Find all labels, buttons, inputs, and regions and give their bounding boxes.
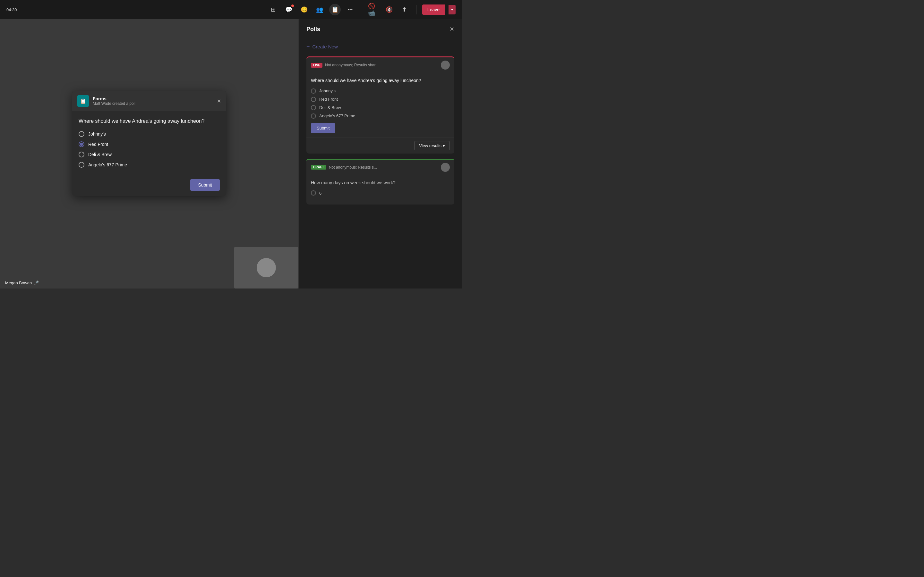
people-icon[interactable]: 👥 <box>314 4 325 15</box>
live-poll-card: LIVE Not anonymous; Results shar... Wher… <box>306 56 454 153</box>
leave-button[interactable]: Leave <box>422 5 445 15</box>
panel-close-icon[interactable]: ✕ <box>449 26 454 33</box>
panel-radio-redfront[interactable] <box>311 97 316 102</box>
live-poll-meta: Not anonymous; Results shar... <box>325 63 438 67</box>
panel-submit-button[interactable]: Submit <box>311 123 335 133</box>
panel-radio-johnnys[interactable] <box>311 89 316 93</box>
draft-poll-meta: Not anonymous; Results s... <box>329 165 438 169</box>
draft-panel-option-6[interactable]: 6 <box>311 190 450 195</box>
apps-icon[interactable]: ⊞ <box>268 4 279 15</box>
popup-option-angelo[interactable]: Angelo's 677 Prime <box>79 162 220 168</box>
chevron-down-icon: ▾ <box>443 143 445 148</box>
reactions-icon[interactable]: 😊 <box>298 4 310 15</box>
radio-redfront[interactable] <box>79 141 84 147</box>
poll-popup-header: 📋 Forms Matt Wade created a poll ✕ <box>72 91 226 111</box>
poll-popup-body: Where should we have Andrea's going away… <box>72 111 226 174</box>
mic-off-icon[interactable]: 🔇 <box>383 4 395 15</box>
close-icon[interactable]: ✕ <box>217 98 221 104</box>
panel-option-redfront[interactable]: Red Front <box>311 97 450 102</box>
draft-badge: DRAFT <box>311 165 326 169</box>
video-thumbnail <box>234 247 298 288</box>
poll-popup: 📋 Forms Matt Wade created a poll ✕ Where… <box>72 91 226 196</box>
draft-panel-option-label-6: 6 <box>319 191 321 195</box>
panel-option-angelo[interactable]: Angelo's 677 Prime <box>311 113 450 119</box>
avatar <box>257 258 276 277</box>
top-bar: 04:30 ⊞ 💬 😊 👥 📋 ••• 🚫📹 🔇 ⬆ Leave ▾ <box>0 0 462 19</box>
live-poll-question: Where should we have Andrea's going away… <box>311 77 450 84</box>
draft-poll-options: 6 <box>311 190 450 195</box>
draft-poll-author-avatar <box>441 163 450 172</box>
live-badge: LIVE <box>311 63 322 68</box>
mic-indicator-icon: 🎤 <box>34 280 39 285</box>
panel-radio-delibrew[interactable] <box>311 105 316 110</box>
live-poll-body: Where should we have Andrea's going away… <box>306 73 454 137</box>
popup-submit-button[interactable]: Submit <box>190 179 220 191</box>
top-bar-controls: ⊞ 💬 😊 👥 📋 ••• 🚫📹 🔇 ⬆ Leave ▾ <box>268 4 456 15</box>
user-label: Megan Bowen 🎤 <box>5 280 39 285</box>
create-new-label: Create New <box>312 44 338 49</box>
popup-poll-question: Where should we have Andrea's going away… <box>79 118 220 125</box>
panel-option-label-angelo: Angelo's 677 Prime <box>319 113 355 118</box>
popup-option-label-angelo: Angelo's 677 Prime <box>88 162 127 167</box>
draft-poll-card-header: DRAFT Not anonymous; Results s... <box>306 160 454 175</box>
create-new-button[interactable]: + Create New <box>306 43 454 50</box>
divider <box>362 5 362 15</box>
draft-poll-question: How many days on week should we work? <box>311 180 450 186</box>
popup-option-label-johnnys: Johnny's <box>88 131 106 137</box>
panel-option-label-redfront: Red Front <box>319 97 338 102</box>
popup-poll-options: Johnny's Red Front Deli & Brew Angelo's … <box>79 131 220 168</box>
chat-badge <box>291 5 294 7</box>
panel-radio-angelo[interactable] <box>311 113 316 119</box>
user-name: Megan Bowen <box>5 280 32 285</box>
draft-poll-card: DRAFT Not anonymous; Results s... How ma… <box>306 159 454 205</box>
draft-panel-radio-6[interactable] <box>311 190 316 195</box>
draft-poll-body: How many days on week should we work? 6 <box>306 175 454 205</box>
panel-title: Polls <box>306 26 320 33</box>
meeting-timer: 04:30 <box>6 7 26 12</box>
main-content-area: 📋 Forms Matt Wade created a poll ✕ Where… <box>0 19 298 288</box>
panel-option-label-johnnys: Johnny's <box>319 89 336 93</box>
panel-option-label-delibrew: Deli & Brew <box>319 105 341 110</box>
radio-inner-redfront <box>80 143 83 146</box>
panel-option-delibrew[interactable]: Deli & Brew <box>311 105 450 110</box>
popup-option-label-delibrew: Deli & Brew <box>88 152 111 157</box>
live-poll-card-header: LIVE Not anonymous; Results shar... <box>306 57 454 73</box>
radio-johnnys[interactable] <box>79 131 84 137</box>
popup-option-label-redfront: Red Front <box>88 142 108 147</box>
forms-app-icon: 📋 <box>78 95 89 107</box>
popup-option-delibrew[interactable]: Deli & Brew <box>79 152 220 157</box>
leave-chevron-button[interactable]: ▾ <box>449 5 456 15</box>
popup-submit-row: Submit <box>72 174 226 196</box>
panel-option-johnnys[interactable]: Johnny's <box>311 89 450 93</box>
poll-author-avatar <box>441 61 450 69</box>
share-screen-icon[interactable]: ⬆ <box>399 4 410 15</box>
chat-icon[interactable]: 💬 <box>283 4 294 15</box>
panel-content: + Create New LIVE Not anonymous; Results… <box>299 38 462 288</box>
radio-angelo[interactable] <box>79 162 84 168</box>
panel-header: Polls ✕ <box>299 19 462 38</box>
view-results-button[interactable]: View results ▾ <box>414 141 450 150</box>
radio-delibrew[interactable] <box>79 152 84 157</box>
video-avatar <box>234 247 298 288</box>
live-poll-options: Johnny's Red Front Deli & Brew Angelo's … <box>311 89 450 119</box>
polls-panel: Polls ✕ + Create New LIVE Not anonymous;… <box>298 19 462 288</box>
popup-option-johnnys[interactable]: Johnny's <box>79 131 220 137</box>
forms-active-icon[interactable]: 📋 <box>329 4 341 15</box>
plus-icon: + <box>306 43 310 50</box>
forms-label: Forms <box>93 96 213 101</box>
poll-popup-header-text: Forms Matt Wade created a poll <box>93 96 213 106</box>
more-options-icon[interactable]: ••• <box>344 4 356 15</box>
video-off-icon[interactable]: 🚫📹 <box>368 4 380 15</box>
view-results-row: View results ▾ <box>306 137 454 153</box>
view-results-label: View results <box>419 143 441 148</box>
popup-option-redfront[interactable]: Red Front <box>79 141 220 147</box>
divider2 <box>416 5 417 15</box>
poll-created-subtitle: Matt Wade created a poll <box>93 101 213 106</box>
